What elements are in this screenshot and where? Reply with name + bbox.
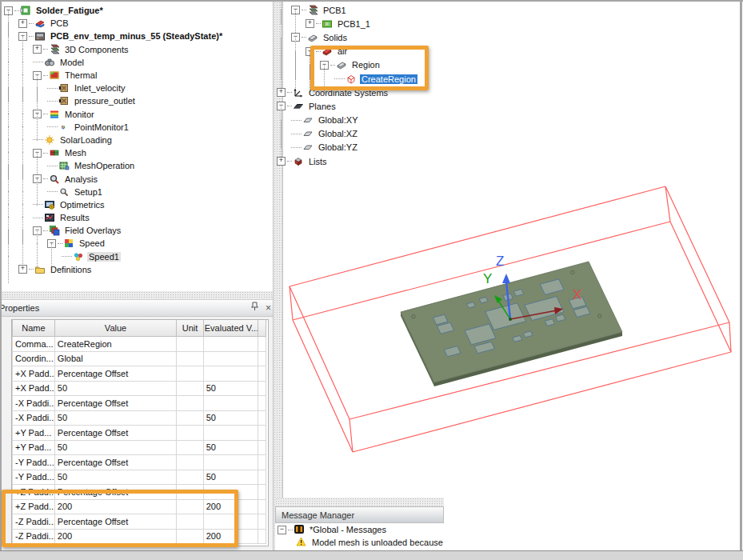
property-unit-cell xyxy=(177,455,204,470)
property-value-cell[interactable]: Percentage Offset xyxy=(54,455,176,470)
tree-item-createregion[interactable]: CreateRegion xyxy=(277,72,417,86)
property-row: -Z Paddi...200200 xyxy=(13,529,266,544)
column-header-evaluated-v-[interactable]: Evaluated V... xyxy=(203,320,258,337)
property-value-cell[interactable]: 200 xyxy=(54,499,176,514)
tree-item-pointmonitor1[interactable]: PointMonitor1 xyxy=(4,121,224,134)
tree-item-pcb1-1[interactable]: +PCB1_1 xyxy=(277,17,417,30)
tree-item-coordinate-systems[interactable]: +Coordinate Systems xyxy=(277,86,417,99)
tree-item-lists[interactable]: +Lists xyxy=(277,154,417,168)
property-unit-cell xyxy=(177,337,204,352)
property-value-cell[interactable]: 50 xyxy=(54,470,176,485)
thermal-icon xyxy=(49,70,61,81)
tree-item-pcb-env-temp-minus-55-steadystate[interactable]: −PCB_env_temp_minus_55 (SteadyState)* xyxy=(4,30,224,42)
column-header-unit[interactable]: Unit xyxy=(177,320,204,337)
row-spacer-cell xyxy=(258,396,266,411)
field-overlays-icon xyxy=(49,225,61,236)
column-header-name[interactable]: Name xyxy=(13,320,55,337)
row-spacer-cell xyxy=(258,366,266,382)
window-border-left xyxy=(0,0,2,550)
tree-item-planes[interactable]: −Planes xyxy=(277,99,417,113)
property-unit-cell xyxy=(177,426,204,441)
tree-item-pressure-outlet[interactable]: pressure_outlet xyxy=(4,94,224,107)
tree-item-label: Speed1 xyxy=(87,252,121,262)
property-unit-cell xyxy=(177,351,204,366)
property-value-cell[interactable]: 200 xyxy=(54,529,176,544)
row-spacer-cell xyxy=(258,514,266,530)
z-axis-arrowhead xyxy=(502,274,510,283)
property-value-cell[interactable]: 50 xyxy=(54,410,176,426)
expand-icon[interactable]: + xyxy=(33,45,42,54)
property-evaluated-cell: 200 xyxy=(203,499,258,514)
property-value-cell[interactable]: Percentage Offset xyxy=(54,514,176,530)
property-unit-cell xyxy=(177,410,204,426)
row-spacer-cell xyxy=(258,529,266,544)
speed1-icon xyxy=(73,251,85,262)
tree-item-meshoperation[interactable]: MeshOperation xyxy=(4,159,224,172)
tree-item-global-xz[interactable]: Global:XZ xyxy=(277,127,417,141)
tree-item-global-xy[interactable]: Global:XY xyxy=(277,114,417,127)
tree-item-solids[interactable]: −Solids xyxy=(277,30,417,44)
setup-icon xyxy=(58,186,70,198)
folder-icon xyxy=(34,264,46,275)
message-row[interactable]: Model mesh is unloaded because xyxy=(275,536,444,549)
property-unit-cell xyxy=(177,366,204,382)
column-header-value[interactable]: Value xyxy=(54,320,176,337)
tree-item-pcb[interactable]: +PCB xyxy=(4,17,224,30)
property-name-cell: +Y Pad... xyxy=(13,440,55,455)
close-icon[interactable]: × xyxy=(266,302,271,314)
property-evaluated-cell xyxy=(203,351,258,366)
tree-item-setup1[interactable]: Setup1 xyxy=(4,186,224,198)
messages-root-row[interactable]: − *Global - Messages xyxy=(275,523,444,536)
window-border-right xyxy=(740,0,742,550)
messages-root-label: *Global - Messages xyxy=(308,525,388,534)
property-value-cell[interactable]: Percentage Offset xyxy=(54,426,176,441)
property-value-cell[interactable]: CreateRegion xyxy=(54,337,176,352)
tree-item-3d-components[interactable]: +3D Components xyxy=(4,43,224,56)
property-value-cell[interactable]: Percentage Offset xyxy=(54,366,176,382)
tree-item-region[interactable]: −Region xyxy=(277,58,417,72)
pin-icon[interactable] xyxy=(250,302,259,314)
mesh-operation-icon xyxy=(58,160,70,171)
property-unit-cell xyxy=(177,396,204,411)
property-value-cell[interactable]: Percentage Offset xyxy=(54,485,176,500)
tree-item-model[interactable]: Model xyxy=(4,56,224,69)
expand-icon[interactable]: + xyxy=(277,157,286,166)
expander-icon[interactable]: − xyxy=(278,526,286,534)
window-border-top xyxy=(0,0,743,2)
expand-icon[interactable]: + xyxy=(306,19,314,28)
property-value-cell[interactable]: 50 xyxy=(54,440,176,455)
tree-item-speed1[interactable]: Speed1 xyxy=(4,250,224,263)
planes-icon xyxy=(293,101,305,112)
column-header-spacer xyxy=(258,320,266,337)
tree-item-label: SolarLoading xyxy=(58,135,114,145)
row-spacer-cell xyxy=(258,455,266,470)
tree-item-label: Model xyxy=(58,58,86,67)
property-row: +X Padd...5050 xyxy=(13,381,266,396)
tree-item-optimetrics[interactable]: Optimetrics xyxy=(4,198,224,211)
property-evaluated-cell: 50 xyxy=(203,381,258,396)
expand-icon[interactable]: + xyxy=(18,265,27,274)
properties-title: Properties xyxy=(2,303,39,313)
tree-item-solarloading[interactable]: SolarLoading xyxy=(4,134,224,146)
property-value-cell[interactable]: 50 xyxy=(54,381,176,396)
property-row: +Z Padd...200200 xyxy=(13,499,266,514)
property-row: -Y Padd...Percentage Offset xyxy=(13,455,266,470)
tree-item-air[interactable]: −air xyxy=(277,45,417,58)
property-name-cell: -Z Paddi... xyxy=(13,514,55,530)
property-value-cell[interactable]: Global xyxy=(54,351,176,366)
tree-item-solder-fatigue[interactable]: −Solder_Fatigue* xyxy=(4,4,224,17)
expand-icon[interactable]: + xyxy=(18,19,27,28)
tree-item-global-yz[interactable]: Global:YZ xyxy=(277,141,417,154)
message-manager-header: Message Manager xyxy=(275,506,444,523)
tree-item-results[interactable]: Results xyxy=(4,211,224,224)
model-icon xyxy=(44,57,56,68)
property-evaluated-cell: 50 xyxy=(203,470,258,485)
tree-item-definitions[interactable]: +Definitions xyxy=(4,263,224,276)
tree-item-label: air xyxy=(336,46,349,56)
warning-icon xyxy=(296,537,308,548)
expand-icon[interactable]: + xyxy=(277,88,286,97)
tree-item-pcb1[interactable]: −PCB1 xyxy=(277,3,417,17)
property-value-cell[interactable]: Percentage Offset xyxy=(54,396,176,411)
property-row: -X Paddi...Percentage Offset xyxy=(13,396,266,411)
property-name-cell: -Y Padd... xyxy=(13,455,55,470)
